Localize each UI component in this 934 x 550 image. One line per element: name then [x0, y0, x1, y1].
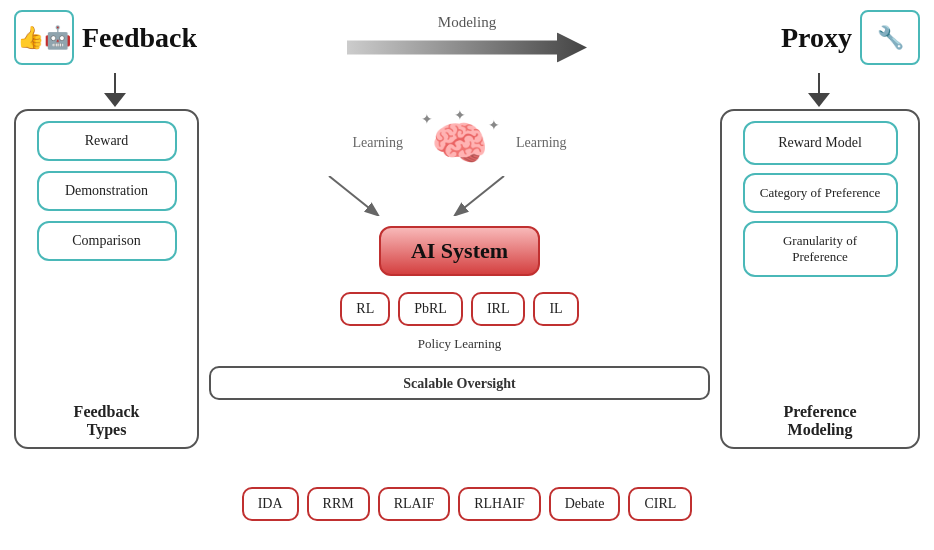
right-panel: Reward Model Category of Preference Gran… [720, 109, 920, 449]
bottom-cirl: CIRL [628, 487, 692, 521]
diag-arrows-container [209, 176, 710, 216]
learning-right-label: Learning [516, 135, 567, 151]
modeling-arrow [347, 32, 587, 62]
top-arrows [14, 73, 920, 107]
feedback-types-label: Feedback Types [74, 403, 140, 439]
policy-pbrl: PbRL [398, 292, 463, 326]
left-panel: Reward Demonstration Comparison Feedback… [14, 109, 199, 449]
policy-irl: IRL [471, 292, 526, 326]
header-left: 👍🤖 Feedback [14, 10, 197, 65]
spark-left: ✦ [421, 111, 433, 128]
policy-il: IL [533, 292, 578, 326]
bottom-ida: IDA [242, 487, 299, 521]
granularity-pref-box: Granularity of Preference [743, 221, 898, 277]
policy-row: RL PbRL IRL IL [340, 292, 578, 326]
scalable-section: Scalable Oversight [209, 366, 710, 400]
right-down-arrow [808, 73, 830, 107]
content-row: Reward Demonstration Comparison Feedback… [14, 109, 920, 479]
scalable-label: Scalable Oversight [403, 376, 515, 391]
proxy-icon-box: 🔧 [860, 10, 920, 65]
bottom-debate: Debate [549, 487, 621, 521]
main-container: 👍🤖 Feedback Modeling Proxy 🔧 [0, 0, 934, 550]
policy-label: Policy Learning [418, 336, 501, 352]
center-col: Learning ✦ ✦ ✦ 🧠 Learning [209, 109, 710, 479]
diag-arrows-svg [209, 176, 710, 216]
proxy-icon: 🔧 [877, 25, 904, 51]
header-row: 👍🤖 Feedback Modeling Proxy 🔧 [14, 10, 920, 65]
brain-icon-wrapper: ✦ ✦ ✦ 🧠 [431, 115, 488, 170]
ai-system-box: AI System [379, 226, 540, 276]
feedback-comparison-box: Comparison [37, 221, 177, 261]
spark-top: ✦ [454, 107, 466, 124]
arrow-head-left [104, 93, 126, 107]
bottom-rlaif: RLAIF [378, 487, 450, 521]
bottom-rlhaif: RLHAIF [458, 487, 541, 521]
svg-marker-1 [104, 93, 126, 107]
feedback-title: Feedback [82, 22, 197, 54]
preference-modeling-label: Preference Modeling [783, 403, 856, 439]
modeling-label: Modeling [438, 13, 496, 30]
ai-system-label: AI System [411, 238, 508, 263]
brain-icon: 🧠 [431, 118, 488, 169]
header-right: Proxy 🔧 [781, 10, 920, 65]
svg-line-5 [459, 176, 504, 212]
reward-model-box: Reward Model [743, 121, 898, 165]
left-down-arrow [104, 73, 126, 107]
learning-left-label: Learning [352, 135, 403, 151]
center-full: Learning ✦ ✦ ✦ 🧠 Learning [209, 109, 710, 400]
header-arrow: Modeling [347, 13, 587, 62]
svg-marker-2 [808, 93, 830, 107]
feedback-icon: 👍🤖 [17, 25, 71, 51]
feedback-icon-box: 👍🤖 [14, 10, 74, 65]
arrow-head-right [808, 93, 830, 107]
bottom-rrm: RRM [307, 487, 370, 521]
spark-right: ✦ [488, 117, 500, 134]
bottom-row: IDA RRM RLAIF RLHAIF Debate CIRL [14, 487, 920, 521]
feedback-reward-box: Reward [37, 121, 177, 161]
proxy-title: Proxy [781, 22, 852, 54]
policy-rl: RL [340, 292, 390, 326]
svg-line-4 [329, 176, 374, 212]
learn-brain-row: Learning ✦ ✦ ✦ 🧠 Learning [209, 115, 710, 170]
svg-marker-0 [347, 32, 587, 62]
category-pref-box: Category of Preference [743, 173, 898, 213]
feedback-demonstration-box: Demonstration [37, 171, 177, 211]
